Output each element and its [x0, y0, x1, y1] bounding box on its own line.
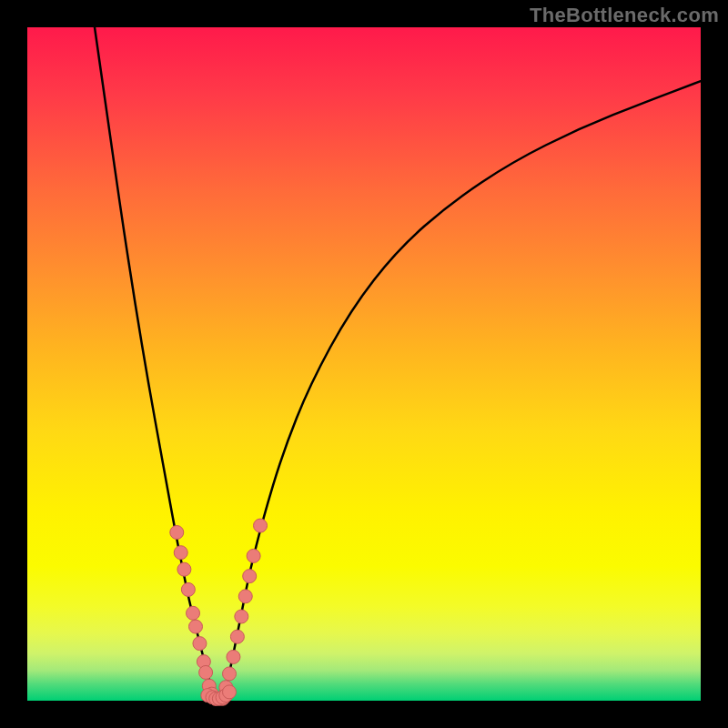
marker-dot [199, 665, 213, 679]
watermark-text: TheBottleneck.com [530, 4, 719, 27]
marker-dot [235, 610, 248, 623]
scatter-markers [170, 519, 268, 705]
marker-dot [238, 590, 252, 603]
curve-left-arm [95, 27, 216, 701]
marker-dot [227, 650, 240, 663]
marker-dot [177, 562, 191, 576]
marker-dot [181, 582, 195, 596]
marker-dot [193, 637, 207, 651]
plot-area [27, 27, 701, 701]
chart-frame: TheBottleneck.com [0, 0, 728, 728]
marker-dot [223, 685, 237, 699]
marker-dot [189, 620, 203, 633]
curve-layer [27, 27, 701, 701]
marker-dot [230, 630, 244, 643]
marker-dot [174, 546, 187, 560]
marker-dot [254, 519, 268, 532]
curve-paths [95, 27, 701, 701]
marker-dot [170, 526, 184, 540]
marker-dot [223, 667, 237, 681]
marker-dot [247, 549, 260, 562]
curve-right-arm [223, 81, 701, 701]
marker-dot [243, 570, 257, 583]
marker-dot [187, 606, 200, 620]
